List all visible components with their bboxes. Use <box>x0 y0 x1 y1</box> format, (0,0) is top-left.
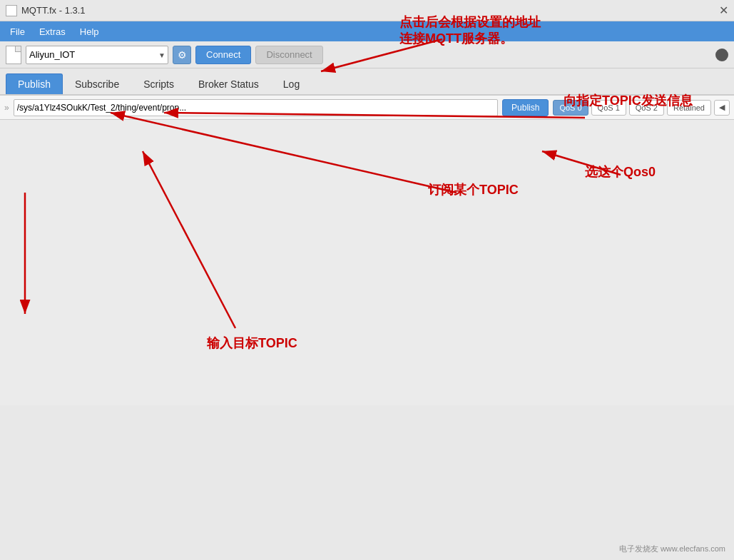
qos1-button[interactable]: QoS 1 <box>591 100 626 116</box>
profile-selector-wrapper: Aliyun_IOT ▼ <box>26 46 168 64</box>
title-bar-left: MQTT.fx - 1.3.1 <box>6 5 86 16</box>
tab-bar: Publish Subscribe Scripts Broker Status … <box>0 68 734 96</box>
menu-extras[interactable]: Extras <box>32 24 73 40</box>
publish-button[interactable]: Publish <box>502 99 549 116</box>
menu-bar: File Extras Help <box>0 21 734 41</box>
main-content: Publish Subscribe Scripts Broker Status … <box>0 68 734 560</box>
menu-help[interactable]: Help <box>73 24 106 40</box>
publish-panel: » Publish QoS 0 QoS 1 QoS 2 Retained ◀ <box>0 96 734 560</box>
qos0-button[interactable]: QoS 0 <box>553 100 588 116</box>
more-options-button[interactable]: ◀ <box>714 100 730 116</box>
close-button[interactable]: ✕ <box>719 4 728 17</box>
connection-status-indicator <box>715 49 728 61</box>
tab-broker-status[interactable]: Broker Status <box>186 73 271 94</box>
disconnect-button[interactable]: Disconnect <box>255 46 322 64</box>
tab-publish[interactable]: Publish <box>6 73 63 94</box>
topic-bar: » Publish QoS 0 QoS 1 QoS 2 Retained ◀ <box>0 96 734 120</box>
tab-scripts[interactable]: Scripts <box>131 73 186 94</box>
title-bar: MQTT.fx - 1.3.1 ✕ <box>0 0 734 21</box>
window-title: MQTT.fx - 1.3.1 <box>21 5 86 16</box>
drag-handle: » <box>4 103 9 113</box>
topic-input[interactable] <box>14 99 498 116</box>
menu-file[interactable]: File <box>3 24 32 40</box>
retained-button[interactable]: Retained <box>667 100 711 116</box>
profile-selector[interactable]: Aliyun_IOT <box>26 46 168 64</box>
connect-button[interactable]: Connect <box>195 46 251 64</box>
tab-subscribe[interactable]: Subscribe <box>63 73 131 94</box>
connection-bar: Aliyun_IOT ▼ ⚙ Connect Disconnect <box>0 41 734 68</box>
qos-group: QoS 0 QoS 1 QoS 2 Retained ◀ <box>553 100 730 116</box>
topic-input-wrapper <box>14 99 498 116</box>
watermark: 电子发烧友 www.elecfans.com <box>619 544 725 554</box>
tab-log[interactable]: Log <box>271 73 312 94</box>
qos2-button[interactable]: QoS 2 <box>629 100 664 116</box>
settings-button[interactable]: ⚙ <box>173 46 191 64</box>
message-area[interactable] <box>0 120 734 405</box>
document-icon <box>6 46 21 64</box>
app-icon <box>6 5 17 16</box>
